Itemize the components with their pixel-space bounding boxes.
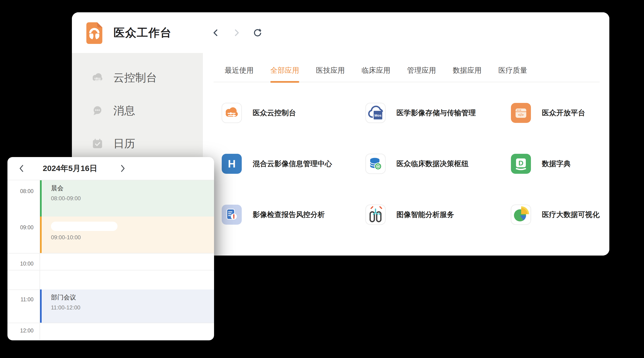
cloud-console-icon [91, 71, 104, 84]
hybrid-cloud-h-icon: H [222, 154, 242, 174]
app-label: 混合云影像信息管理中心 [253, 159, 332, 169]
content-area: 最近使用 全部应用 医技应用 临床应用 管理应用 数据应用 医疗质量 [203, 53, 609, 256]
app-label: 医众开放平台 [542, 108, 585, 118]
hour-gridline [8, 270, 214, 270]
h-letter-text: H [228, 158, 236, 170]
app-logo-icon [83, 21, 106, 44]
sidebar-item-label: 消息 [113, 103, 135, 118]
refresh-icon [253, 28, 262, 38]
app-label: 医学影像存储与传输管理 [396, 108, 476, 118]
calendar-header: 2024年5月16日 [8, 157, 214, 180]
tab-medtech[interactable]: 医技应用 [316, 65, 345, 82]
app-clinical-data-hub[interactable]: 医众临床数据决策枢纽 [365, 154, 511, 174]
titlebar: 医众工作台 [72, 12, 609, 53]
tab-management[interactable]: 管理应用 [407, 65, 436, 82]
pie-chart-icon [511, 204, 531, 225]
app-label: 数据字典 [542, 159, 571, 169]
report-alert-icon [222, 204, 242, 225]
app-label: 医众临床数据决策枢纽 [396, 159, 468, 169]
time-label: 11:00 [8, 296, 34, 303]
event-morning-meeting[interactable]: 晨会 08:00-09:00 [40, 180, 214, 216]
event-time-range: 08:00-09:00 [51, 195, 214, 202]
hour-gridline [8, 323, 214, 323]
event-time-range: 09:00-10:00 [51, 234, 214, 241]
tab-data[interactable]: 数据应用 [453, 65, 482, 82]
nav-buttons [211, 28, 262, 38]
app-big-data-visualization[interactable]: 医疗大数据可视化 [511, 204, 600, 225]
app-label: 图像智能分析服务 [396, 210, 454, 219]
app-open-platform[interactable]: </> 医众开放平台 [511, 103, 600, 123]
calendar-next-button[interactable] [119, 163, 126, 174]
app-data-dictionary[interactable]: D 数据字典 [511, 154, 600, 174]
hour-gridline [8, 253, 214, 253]
app-label: 医众云控制台 [253, 108, 296, 118]
cloud-sliders-icon [222, 103, 242, 123]
event-department-meeting[interactable]: 部门会议 11:00-12:00 [40, 289, 214, 323]
refresh-button[interactable] [253, 28, 262, 38]
app-cloud-console[interactable]: 医众云控制台 [222, 103, 365, 123]
app-label: 影像检查报告风控分析 [253, 210, 325, 219]
app-title: 医众工作台 [114, 25, 172, 40]
code-glyph-text: </> [518, 113, 524, 117]
tab-quality[interactable]: 医疗质量 [498, 65, 527, 82]
time-label: 09:00 [8, 224, 34, 231]
sidebar-item-label: 云控制台 [113, 70, 157, 85]
tab-all-apps[interactable]: 全部应用 [270, 65, 299, 82]
database-plus-icon [365, 154, 386, 174]
app-report-risk-analysis[interactable]: 影像检查报告风控分析 [222, 204, 365, 225]
screenshot-stage: 医众工作台 [0, 0, 644, 358]
cloud-mos-icon: Mos [365, 103, 386, 123]
sidebar-item-label: 日历 [113, 136, 135, 151]
time-label: 10:00 [8, 261, 34, 267]
forward-button[interactable] [232, 28, 242, 38]
back-icon [211, 28, 220, 37]
app-hybrid-cloud-center[interactable]: H 混合云影像信息管理中心 [222, 154, 365, 174]
calendar-date-label: 2024年5月16日 [32, 163, 108, 174]
sidebar-item-messages[interactable]: 消息 [72, 102, 203, 119]
lungs-icon [365, 204, 386, 225]
tabs: 最近使用 全部应用 医技应用 临床应用 管理应用 数据应用 医疗质量 [214, 65, 600, 82]
event-time-range: 11:00-12:00 [51, 304, 214, 311]
app-label: 医疗大数据可视化 [542, 210, 600, 219]
app-grid: 医众云控制台 Mos 医学影像存储与传输管理 [222, 103, 600, 225]
tab-clinical[interactable]: 临床应用 [362, 65, 390, 82]
mos-badge-text: Mos [374, 113, 382, 117]
event-title: 晨会 [51, 184, 214, 192]
tab-recent[interactable]: 最近使用 [225, 65, 254, 82]
open-platform-code-icon: </> [511, 103, 531, 123]
time-label: 08:00 [8, 188, 34, 194]
app-image-ai-service[interactable]: 图像智能分析服务 [365, 204, 511, 225]
messages-icon [91, 104, 104, 117]
sidebar-item-calendar[interactable]: 日历 [72, 135, 203, 152]
calendar-icon [91, 137, 104, 150]
chevron-left-icon [18, 163, 25, 174]
dictionary-book-icon: D [511, 154, 531, 174]
event-redacted[interactable]: 09:00-10:00 [40, 216, 214, 253]
redacted-title-pill [51, 222, 118, 231]
forward-icon [232, 28, 241, 37]
event-title: 部门会议 [51, 293, 214, 302]
d-letter-text: D [518, 159, 524, 167]
calendar-panel: 2024年5月16日 08:00 09:00 10:00 11:00 12:00… [8, 157, 214, 340]
calendar-prev-button[interactable] [18, 163, 26, 174]
tab-bar: 最近使用 全部应用 医技应用 临床应用 管理应用 数据应用 医疗质量 [214, 53, 600, 82]
app-imaging-storage[interactable]: Mos 医学影像存储与传输管理 [365, 103, 511, 123]
sidebar-item-cloud-console[interactable]: 云控制台 [72, 69, 203, 86]
time-label: 12:00 [8, 328, 34, 334]
chevron-right-icon [119, 163, 126, 174]
calendar-day-grid: 08:00 09:00 10:00 11:00 12:00 晨会 08:00-0… [8, 180, 214, 340]
back-button[interactable] [211, 28, 220, 38]
